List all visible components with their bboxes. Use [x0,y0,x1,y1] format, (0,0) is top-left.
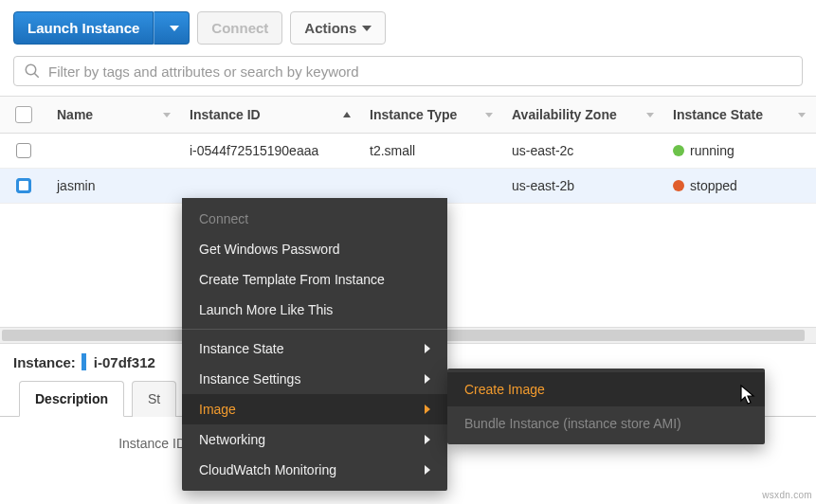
chevron-right-icon [425,465,430,470]
checkbox-icon [15,106,32,123]
column-header-instance-id[interactable]: Instance ID [180,97,360,133]
ctx-launch-more[interactable]: Launch More Like This [182,295,447,325]
chevron-right-icon [425,344,430,353]
sort-icon [163,113,171,117]
cell-instance-type: t2.small [370,143,415,158]
context-submenu-image: Create Image Bundle Instance (instance s… [447,369,765,444]
selection-marker-icon [82,353,86,370]
menu-separator [182,329,447,330]
table-row[interactable]: i-0544f72515190eaaa t2.small us-east-2c … [0,134,816,169]
tab-description[interactable]: Description [19,381,124,417]
cell-availability-zone: us-east-2c [512,143,573,158]
caret-down-icon [170,26,179,31]
chevron-right-icon [425,405,430,414]
cell-name: jasmin [57,178,95,193]
launch-instance-label: Launch Instance [27,20,139,36]
context-menu: Connect Get Windows Password Create Temp… [182,198,447,470]
subctx-create-image[interactable]: Create Image [447,372,765,406]
detail-instance-id: i-07df312 [94,354,155,370]
connect-button: Connect [197,11,282,45]
chevron-right-icon [425,374,430,384]
svg-point-0 [26,64,36,75]
tab-status-checks[interactable]: St [132,381,176,417]
ctx-cloudwatch-monitoring[interactable]: CloudWatch Monitoring [182,455,447,470]
search-box[interactable] [13,56,803,86]
actions-button[interactable]: Actions [290,11,386,45]
instances-table: Name Instance ID Instance Type Availabil… [0,96,816,204]
row-checkbox[interactable] [16,143,31,158]
ctx-networking[interactable]: Networking [182,424,447,455]
caret-down-icon [362,26,372,31]
sort-icon [646,113,654,117]
header-select-all[interactable] [0,97,47,133]
row-checkbox[interactable] [16,178,31,193]
ctx-instance-settings[interactable]: Instance Settings [182,364,447,394]
search-input[interactable] [48,63,792,80]
ctx-connect: Connect [182,204,447,234]
ctx-get-windows-password[interactable]: Get Windows Password [182,234,447,264]
svg-line-1 [34,73,39,78]
sort-icon [798,113,806,117]
launch-instance-split-button: Launch Instance [13,11,190,45]
cell-instance-id: i-0544f72515190eaaa [190,143,318,158]
table-header-row: Name Instance ID Instance Type Availabil… [0,97,816,134]
column-header-availability-zone[interactable]: Availability Zone [502,97,663,133]
connect-label: Connect [211,20,268,36]
chevron-right-icon [425,435,430,444]
column-header-instance-state[interactable]: Instance State [663,97,815,133]
ctx-image[interactable]: Image [182,394,447,424]
actions-label: Actions [304,20,356,36]
search-icon [24,63,41,80]
desc-instance-id-label: Instance ID [38,436,199,451]
sort-asc-icon [343,112,351,117]
cell-availability-zone: us-east-2b [512,178,574,193]
column-header-instance-type[interactable]: Instance Type [360,97,502,133]
cell-state: stopped [690,178,737,193]
subctx-bundle-instance: Bundle Instance (instance store AMI) [447,406,765,441]
status-stopped-icon [673,180,684,191]
ctx-create-template[interactable]: Create Template From Instance [182,264,447,295]
launch-instance-button[interactable]: Launch Instance [13,11,154,45]
launch-instance-caret-button[interactable] [154,11,190,45]
ctx-instance-state[interactable]: Instance State [182,333,447,364]
cell-state: running [690,143,734,158]
detail-label: Instance: [13,354,76,370]
status-running-icon [673,145,684,156]
column-header-name[interactable]: Name [47,97,180,133]
sort-icon [485,113,493,117]
